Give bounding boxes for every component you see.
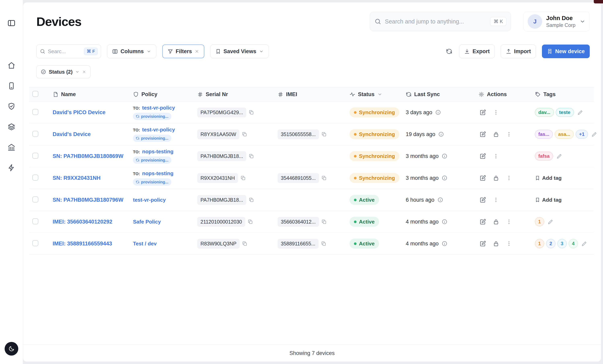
export-button[interactable]: Export xyxy=(459,44,495,58)
table-search[interactable]: ⌘ F xyxy=(36,44,101,58)
sidebar-toggle-button[interactable] xyxy=(7,19,16,27)
policy-link[interactable]: nops-testing xyxy=(142,148,174,155)
columns-button[interactable]: Columns xyxy=(107,44,156,58)
more-actions-button[interactable] xyxy=(506,175,512,181)
tag-pill[interactable]: teste xyxy=(556,108,574,117)
device-name-link[interactable]: SN: R9XX20431NH xyxy=(53,175,101,181)
device-name-link[interactable]: SN: PA7HB0MGJB180869W xyxy=(53,153,123,159)
info-icon[interactable] xyxy=(441,219,448,225)
user-menu[interactable]: J John Doe Sample Corp xyxy=(523,12,590,31)
policy-link[interactable]: nops-testing xyxy=(142,170,174,176)
sidebar-item-organization[interactable] xyxy=(7,143,15,151)
lock-device-button[interactable] xyxy=(493,131,499,137)
device-name-link[interactable]: SN: PA7HB0MGJB180796W xyxy=(53,197,123,203)
add-tag-button[interactable]: Add tag xyxy=(535,175,562,181)
device-name-link[interactable]: David's Device xyxy=(53,131,91,137)
more-actions-button[interactable] xyxy=(493,109,499,115)
sidebar-item-devices[interactable] xyxy=(7,82,15,90)
refresh-button[interactable] xyxy=(446,48,452,55)
row-checkbox[interactable] xyxy=(32,197,38,202)
row-checkbox[interactable] xyxy=(32,109,38,115)
policy-link[interactable]: test-vr-policy xyxy=(133,197,166,203)
edit-device-button[interactable] xyxy=(480,197,486,203)
policy-link[interactable]: test-vr-policy xyxy=(142,105,175,111)
row-checkbox[interactable] xyxy=(32,175,38,181)
copy-icon[interactable] xyxy=(240,175,246,181)
select-all-checkbox[interactable] xyxy=(32,91,38,97)
row-checkbox[interactable] xyxy=(32,131,38,137)
tag-overflow-pill[interactable]: +1 xyxy=(576,130,588,139)
edit-device-button[interactable] xyxy=(480,153,486,159)
sidebar-item-groups[interactable] xyxy=(7,123,15,131)
add-tag-button[interactable]: Add tag xyxy=(535,197,562,203)
global-search[interactable]: ⌘ K xyxy=(370,12,511,31)
saved-views-button[interactable]: Saved Views xyxy=(210,44,269,58)
close-icon[interactable] xyxy=(195,49,199,54)
device-name-link[interactable]: IMEI: 356603640120292 xyxy=(53,219,112,225)
edit-device-button[interactable] xyxy=(480,175,486,181)
edit-device-button[interactable] xyxy=(480,240,486,247)
close-icon[interactable] xyxy=(82,70,86,74)
info-icon[interactable] xyxy=(441,175,448,181)
row-checkbox[interactable] xyxy=(32,218,38,224)
policy-link[interactable]: Safe Policy xyxy=(133,219,161,225)
tag-circle[interactable]: 3 xyxy=(557,239,567,248)
more-actions-button[interactable] xyxy=(493,197,499,203)
edit-tags-button[interactable] xyxy=(581,241,587,246)
info-icon[interactable] xyxy=(438,131,444,137)
copy-icon[interactable] xyxy=(249,154,254,159)
import-button[interactable]: Import xyxy=(501,44,536,58)
tag-circle[interactable]: 4 xyxy=(569,239,578,248)
edit-tags-button[interactable] xyxy=(591,132,597,137)
policy-link[interactable]: test-vr-policy xyxy=(142,127,175,133)
copy-icon[interactable] xyxy=(321,175,327,181)
lock-device-button[interactable] xyxy=(493,241,499,247)
new-device-button[interactable]: New device xyxy=(542,44,590,58)
copy-icon[interactable] xyxy=(242,241,247,246)
more-actions-button[interactable] xyxy=(506,241,512,247)
sort-chevron-icon[interactable] xyxy=(377,92,383,97)
edit-device-button[interactable] xyxy=(480,131,486,137)
policy-link[interactable]: Test / dev xyxy=(133,241,157,247)
info-icon[interactable] xyxy=(441,241,448,247)
table-search-input[interactable] xyxy=(48,48,81,55)
filters-button[interactable]: Filters xyxy=(162,44,204,58)
tag-circle[interactable]: 2 xyxy=(546,239,555,248)
status-filter-chip[interactable]: Status (2) xyxy=(36,66,90,78)
more-actions-button[interactable] xyxy=(493,153,499,159)
copy-icon[interactable] xyxy=(248,219,253,224)
edit-tags-button[interactable] xyxy=(548,219,553,225)
row-checkbox[interactable] xyxy=(32,240,38,246)
copy-icon[interactable] xyxy=(242,132,247,137)
edit-tags-button[interactable] xyxy=(557,154,562,159)
copy-icon[interactable] xyxy=(249,197,254,202)
tag-pill[interactable]: fafsa xyxy=(535,152,553,161)
tag-pill[interactable]: asa... xyxy=(555,130,574,139)
tag-circle[interactable]: 1 xyxy=(535,239,544,248)
chevron-down-icon[interactable] xyxy=(75,70,80,74)
edit-tags-button[interactable] xyxy=(578,110,583,115)
info-icon[interactable] xyxy=(441,153,448,159)
device-name-link[interactable]: David's PICO Device xyxy=(53,109,105,115)
sidebar-item-security[interactable] xyxy=(7,102,15,110)
more-actions-button[interactable] xyxy=(506,219,512,225)
copy-icon[interactable] xyxy=(321,219,327,224)
global-search-input[interactable] xyxy=(385,18,487,25)
info-icon[interactable] xyxy=(437,197,443,203)
row-checkbox[interactable] xyxy=(32,153,38,159)
edit-device-button[interactable] xyxy=(480,109,486,116)
tag-pill[interactable]: fas... xyxy=(535,130,553,139)
more-actions-button[interactable] xyxy=(506,131,512,137)
lock-device-button[interactable] xyxy=(493,175,499,181)
device-name-link[interactable]: IMEI: 358891166559443 xyxy=(53,241,112,247)
sidebar-item-automations[interactable] xyxy=(7,164,15,172)
info-icon[interactable] xyxy=(435,109,441,115)
tag-pill[interactable]: dav... xyxy=(535,108,554,117)
lock-device-button[interactable] xyxy=(493,219,499,225)
edit-device-button[interactable] xyxy=(480,219,486,225)
tag-circle[interactable]: 1 xyxy=(535,217,544,226)
copy-icon[interactable] xyxy=(249,110,254,115)
copy-icon[interactable] xyxy=(321,132,327,137)
copy-icon[interactable] xyxy=(321,241,326,246)
theme-toggle-button[interactable] xyxy=(5,342,18,356)
